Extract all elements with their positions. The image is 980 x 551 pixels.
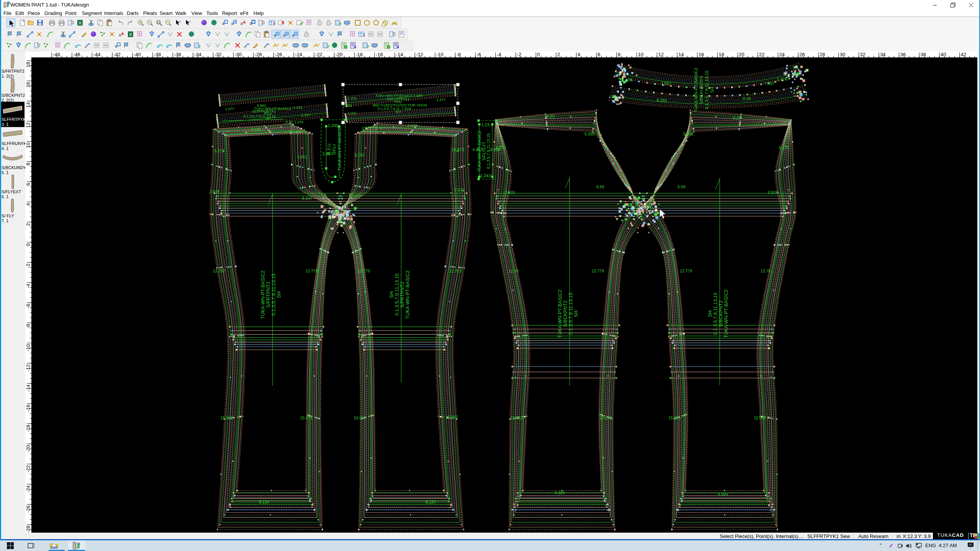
svg-text:5.173: 5.173 xyxy=(779,145,789,150)
svg-text:-46: -46 xyxy=(73,52,80,57)
svg-text:0,1,3,5,7,9,11,13,15: 0,1,3,5,7,9,11,13,15 xyxy=(243,114,276,118)
svg-text:0.75: 0.75 xyxy=(285,129,292,134)
svg-text:12.779: 12.779 xyxy=(592,269,604,273)
svg-text:10: 10 xyxy=(25,143,31,148)
svg-text:-24: -24 xyxy=(25,485,31,492)
svg-text:18: 18 xyxy=(719,52,724,57)
svg-text:12.76: 12.76 xyxy=(509,269,519,273)
svg-text:-26: -26 xyxy=(25,505,31,513)
svg-text:15.962: 15.962 xyxy=(220,416,233,420)
svg-text:SH: SH xyxy=(707,310,713,317)
svg-text:6: 6 xyxy=(598,52,600,57)
svg-text:-28: -28 xyxy=(25,526,31,533)
svg-text:40: 40 xyxy=(941,52,946,57)
svg-text:6: 6 xyxy=(25,183,31,186)
svg-text:-14: -14 xyxy=(396,52,403,57)
svg-text:-20: -20 xyxy=(335,52,343,57)
svg-text:-18: -18 xyxy=(356,52,363,57)
svg-text:SH: SH xyxy=(389,291,394,298)
svg-text:0,1,3,5,7,9,11,13,15: 0,1,3,5,7,9,11,13,15 xyxy=(704,70,709,109)
svg-text:5.098: 5.098 xyxy=(683,132,693,136)
svg-text:S/BCKPNT2: S/BCKPNT2 xyxy=(718,300,724,327)
svg-text:1.495: 1.495 xyxy=(343,103,352,108)
svg-text:7.567: 7.567 xyxy=(661,81,671,86)
svg-text:7.967: 7.967 xyxy=(764,81,775,86)
svg-text:-10: -10 xyxy=(25,344,31,352)
svg-text:9.369: 9.369 xyxy=(718,492,728,497)
svg-text:8.29: 8.29 xyxy=(547,114,555,119)
svg-text:1.243: 1.243 xyxy=(480,173,491,178)
svg-text:TUKA-WN-PT-BASIC2: TUKA-WN-PT-BASIC2 xyxy=(260,271,266,319)
svg-text:20: 20 xyxy=(739,52,744,57)
svg-text:-48: -48 xyxy=(53,52,60,57)
svg-text:-20: -20 xyxy=(25,445,31,452)
svg-text:12: 12 xyxy=(658,52,663,57)
svg-text:-36: -36 xyxy=(174,52,181,57)
svg-text:1.23: 1.23 xyxy=(481,122,489,127)
svg-text:5.69: 5.69 xyxy=(678,184,686,189)
svg-text:8.29: 8.29 xyxy=(733,116,741,120)
svg-text:-42: -42 xyxy=(113,52,121,57)
svg-text:S/FRTPNT2: S/FRTPNT2 xyxy=(400,282,405,308)
svg-text:2: 2 xyxy=(25,223,31,226)
svg-text:SH: SH xyxy=(573,310,579,317)
svg-text:5.69: 5.69 xyxy=(596,184,604,189)
svg-text:1.231: 1.231 xyxy=(348,111,357,115)
svg-text:12.76: 12.76 xyxy=(761,269,771,273)
svg-text:-40: -40 xyxy=(134,52,141,57)
svg-text:3.107: 3.107 xyxy=(351,194,361,198)
svg-text:8.29: 8.29 xyxy=(743,96,751,101)
svg-text:1.476: 1.476 xyxy=(622,78,633,82)
svg-text:S/BCKUNDYK: S/BCKUNDYK xyxy=(699,75,704,104)
svg-text:12: 12 xyxy=(25,122,31,128)
svg-text:-34: -34 xyxy=(194,52,201,57)
svg-text:22: 22 xyxy=(759,52,764,57)
svg-text:12.762: 12.762 xyxy=(213,269,225,273)
svg-text:0,1,3,5,7,9,11,13,15: 0,1,3,5,7,9,11,13,15 xyxy=(394,274,400,316)
svg-text:0,1,3,5,7,9,11, 7.919: 0,1,3,5,7,9,11, 7.919 xyxy=(378,106,411,111)
svg-text:-22: -22 xyxy=(25,465,31,473)
svg-text:30: 30 xyxy=(840,52,845,57)
svg-text:42: 42 xyxy=(961,52,966,57)
svg-text:5.173: 5.173 xyxy=(496,145,506,150)
svg-text:5.639: 5.639 xyxy=(408,123,417,127)
svg-text:15.973: 15.973 xyxy=(668,416,681,420)
svg-text:TUKA-WN-PT-BASIC2: TUKA-WN-PT-BASIC2 xyxy=(724,290,729,338)
svg-text:0,1,3,5,7,9,11,13,15: 0,1,3,5,7,9,11,13,15 xyxy=(713,293,718,335)
svg-text:8.124: 8.124 xyxy=(426,500,436,504)
svg-text:15.962: 15.962 xyxy=(754,416,766,420)
svg-text:TUKA-WN-PT-BASIC2: TUKA-WN-PT-BASIC2 xyxy=(557,290,563,338)
svg-text:38: 38 xyxy=(920,52,926,57)
svg-text:10: 10 xyxy=(638,52,644,57)
svg-text:32: 32 xyxy=(860,52,865,57)
svg-text:26: 26 xyxy=(799,52,805,57)
svg-text:4: 4 xyxy=(577,52,580,57)
svg-text:1.476: 1.476 xyxy=(777,77,787,82)
svg-text:5.061: 5.061 xyxy=(297,155,307,159)
svg-text:1.231: 1.231 xyxy=(293,105,302,109)
svg-text:16: 16 xyxy=(699,52,704,57)
svg-text:0: 0 xyxy=(25,243,31,246)
svg-text:0,1,3,5,7,9,11,13,15: 0,1,3,5,7,9,11,13,15 xyxy=(486,134,491,169)
svg-text:-38: -38 xyxy=(154,52,161,57)
svg-text:1.231: 1.231 xyxy=(292,129,302,134)
svg-text:2.931: 2.931 xyxy=(209,189,219,194)
svg-text:14: 14 xyxy=(678,52,684,57)
svg-text:15.873: 15.873 xyxy=(452,147,464,152)
svg-text:-16: -16 xyxy=(376,52,383,57)
svg-text:15.962: 15.962 xyxy=(511,416,523,420)
svg-text:3.107: 3.107 xyxy=(302,196,312,201)
svg-text:SH: SH xyxy=(395,109,400,114)
svg-text:1.477: 1.477 xyxy=(436,98,446,102)
svg-text:5.173: 5.173 xyxy=(214,148,224,153)
svg-text:S/FLY: S/FLY xyxy=(332,143,336,155)
svg-text:-28: -28 xyxy=(255,52,262,57)
svg-text:SH: SH xyxy=(710,87,714,93)
svg-text:TUKA-WN-PT-BASIC2: TUKA-WN-PT-BASIC2 xyxy=(337,128,342,170)
svg-text:14: 14 xyxy=(25,102,31,108)
svg-text:12.779: 12.779 xyxy=(680,269,692,273)
svg-text:-18: -18 xyxy=(25,425,31,432)
svg-text:-12: -12 xyxy=(25,364,31,372)
svg-text:S/FLYEXT: S/FLYEXT xyxy=(482,142,486,160)
svg-text:5.061: 5.061 xyxy=(355,153,365,157)
